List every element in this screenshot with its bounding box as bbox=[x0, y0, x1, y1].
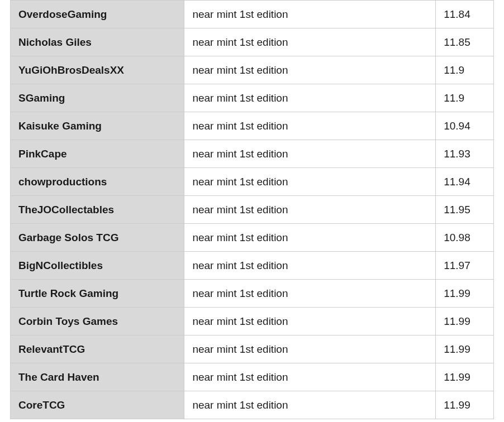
price-cell: 11.9 bbox=[436, 56, 494, 84]
condition-cell: near mint 1st edition bbox=[184, 391, 436, 419]
table-row: The Card Havennear mint 1st edition11.99 bbox=[11, 363, 494, 391]
price-cell: 11.93 bbox=[436, 140, 494, 168]
condition-cell: near mint 1st edition bbox=[184, 1, 436, 28]
price-cell: 11.85 bbox=[436, 28, 494, 56]
price-cell: 11.99 bbox=[436, 335, 494, 363]
price-cell: 11.99 bbox=[436, 391, 494, 419]
seller-cell: OverdoseGaming bbox=[11, 1, 184, 28]
condition-cell: near mint 1st edition bbox=[184, 335, 436, 363]
price-cell: 11.97 bbox=[436, 252, 494, 280]
table-row: Turtle Rock Gamingnear mint 1st edition1… bbox=[11, 280, 494, 308]
price-cell: 11.99 bbox=[436, 363, 494, 391]
price-cell: 11.9 bbox=[436, 84, 494, 112]
price-cell: 11.99 bbox=[436, 308, 494, 335]
listings-table-container: OverdoseGamingnear mint 1st edition11.84… bbox=[0, 0, 504, 419]
condition-cell: near mint 1st edition bbox=[184, 140, 436, 168]
table-row: TheJOCollectablesnear mint 1st edition11… bbox=[11, 196, 494, 224]
seller-cell: Nicholas Giles bbox=[11, 28, 184, 56]
condition-cell: near mint 1st edition bbox=[184, 168, 436, 196]
table-row: Kaisuke Gamingnear mint 1st edition10.94 bbox=[11, 112, 494, 140]
seller-cell: TheJOCollectables bbox=[11, 196, 184, 224]
seller-cell: BigNCollectibles bbox=[11, 252, 184, 280]
seller-cell: Turtle Rock Gaming bbox=[11, 280, 184, 308]
seller-cell: Kaisuke Gaming bbox=[11, 112, 184, 140]
price-cell: 11.95 bbox=[436, 196, 494, 224]
table-row: BigNCollectiblesnear mint 1st edition11.… bbox=[11, 252, 494, 280]
seller-cell: PinkCape bbox=[11, 140, 184, 168]
table-row: PinkCapenear mint 1st edition11.93 bbox=[11, 140, 494, 168]
seller-cell: Garbage Solos TCG bbox=[11, 224, 184, 252]
condition-cell: near mint 1st edition bbox=[184, 363, 436, 391]
seller-cell: SGaming bbox=[11, 84, 184, 112]
condition-cell: near mint 1st edition bbox=[184, 224, 436, 252]
table-row: chowproductionsnear mint 1st edition11.9… bbox=[11, 168, 494, 196]
price-cell: 11.99 bbox=[436, 280, 494, 308]
table-row: YuGiOhBrosDealsXXnear mint 1st edition11… bbox=[11, 56, 494, 84]
listings-table: OverdoseGamingnear mint 1st edition11.84… bbox=[10, 0, 494, 419]
listings-table-body: OverdoseGamingnear mint 1st edition11.84… bbox=[11, 1, 494, 419]
seller-cell: YuGiOhBrosDealsXX bbox=[11, 56, 184, 84]
condition-cell: near mint 1st edition bbox=[184, 84, 436, 112]
seller-cell: CoreTCG bbox=[11, 391, 184, 419]
table-row: Nicholas Gilesnear mint 1st edition11.85 bbox=[11, 28, 494, 56]
seller-cell: RelevantTCG bbox=[11, 335, 184, 363]
table-row: OverdoseGamingnear mint 1st edition11.84 bbox=[11, 1, 494, 28]
table-row: Corbin Toys Gamesnear mint 1st edition11… bbox=[11, 308, 494, 335]
condition-cell: near mint 1st edition bbox=[184, 252, 436, 280]
condition-cell: near mint 1st edition bbox=[184, 112, 436, 140]
condition-cell: near mint 1st edition bbox=[184, 308, 436, 335]
table-row: SGamingnear mint 1st edition11.9 bbox=[11, 84, 494, 112]
seller-cell: The Card Haven bbox=[11, 363, 184, 391]
condition-cell: near mint 1st edition bbox=[184, 280, 436, 308]
condition-cell: near mint 1st edition bbox=[184, 56, 436, 84]
condition-cell: near mint 1st edition bbox=[184, 28, 436, 56]
seller-cell: Corbin Toys Games bbox=[11, 308, 184, 335]
price-cell: 10.98 bbox=[436, 224, 494, 252]
table-row: RelevantTCGnear mint 1st edition11.99 bbox=[11, 335, 494, 363]
price-cell: 10.94 bbox=[436, 112, 494, 140]
table-row: CoreTCGnear mint 1st edition11.99 bbox=[11, 391, 494, 419]
table-row: Garbage Solos TCGnear mint 1st edition10… bbox=[11, 224, 494, 252]
seller-cell: chowproductions bbox=[11, 168, 184, 196]
condition-cell: near mint 1st edition bbox=[184, 196, 436, 224]
price-cell: 11.94 bbox=[436, 168, 494, 196]
price-cell: 11.84 bbox=[436, 1, 494, 28]
